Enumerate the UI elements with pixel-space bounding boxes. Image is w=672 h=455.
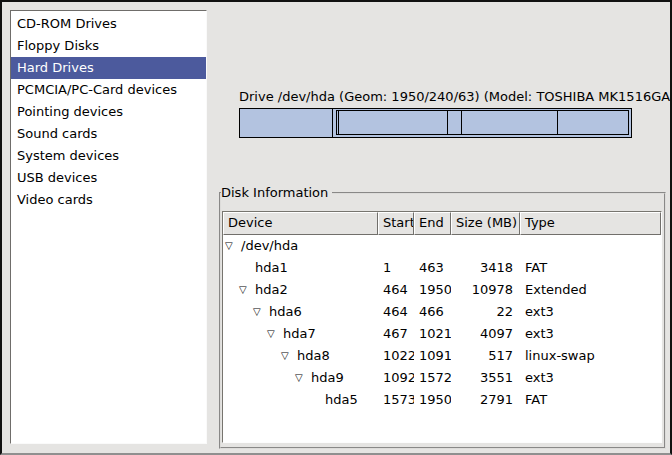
type-cell: FAT — [520, 389, 661, 411]
start-cell: 1 — [378, 257, 414, 279]
expander-icon[interactable]: ▽ — [281, 345, 297, 367]
device-category-list: CD-ROM DrivesFloppy DisksHard DrivesPCMC… — [10, 10, 207, 444]
partition-segment-hda1 — [240, 109, 333, 137]
type-cell: linux-swap — [520, 345, 661, 367]
table-row-hda7[interactable]: ▽hda746710214097ext3 — [223, 323, 661, 345]
expander-icon[interactable]: ▽ — [225, 235, 241, 257]
column-header-start[interactable]: Start — [378, 212, 414, 235]
device-label: hda9 — [311, 367, 344, 389]
device-label: hda7 — [283, 323, 316, 345]
end-cell: 1091 — [414, 345, 451, 367]
partition-segment-hda5 — [558, 111, 628, 134]
disk-table-body: ▽/dev/hdahda114633418FAT▽hda246419501097… — [223, 235, 661, 411]
end-cell: 1021 — [414, 323, 451, 345]
column-header-end[interactable]: End — [414, 212, 451, 235]
partition-extended-hda2 — [336, 110, 629, 135]
table-row-hda6[interactable]: ▽hda646446622ext3 — [223, 301, 661, 323]
sidebar-item-system-devices[interactable]: System devices — [11, 145, 206, 167]
start-cell: 1573 — [378, 389, 414, 411]
end-cell — [414, 235, 451, 257]
column-header-type[interactable]: Type — [520, 212, 661, 235]
device-cell: ▽hda2 — [223, 279, 378, 301]
start-cell — [378, 235, 414, 257]
disk-table: DeviceStartEndSize (MB)Type ▽/dev/hdahda… — [222, 211, 662, 443]
partition-segment-hda9 — [462, 111, 558, 134]
sidebar-item-floppy-disks[interactable]: Floppy Disks — [11, 35, 206, 57]
disk-information-label: Disk Information — [221, 185, 332, 200]
device-label: hda8 — [297, 345, 330, 367]
expander-icon[interactable]: ▽ — [253, 301, 269, 323]
size-cell: 517 — [451, 345, 520, 367]
device-cell: ▽/dev/hda — [223, 235, 378, 257]
start-cell: 464 — [378, 301, 414, 323]
disk-partition-bar — [239, 108, 632, 138]
type-cell — [520, 235, 661, 257]
start-cell: 1022 — [378, 345, 414, 367]
type-cell: ext3 — [520, 367, 661, 389]
end-cell: 1572 — [414, 367, 451, 389]
device-label: hda1 — [255, 257, 288, 279]
table-row-dev-hda[interactable]: ▽/dev/hda — [223, 235, 661, 257]
device-cell: ▽hda9 — [223, 367, 378, 389]
size-cell: 10978 — [451, 279, 520, 301]
device-cell: ▽hda8 — [223, 345, 378, 367]
column-header-device[interactable]: Device — [223, 212, 378, 235]
sidebar-item-cd-rom-drives[interactable]: CD-ROM Drives — [11, 13, 206, 35]
size-cell: 4097 — [451, 323, 520, 345]
device-cell: ▽hda7 — [223, 323, 378, 345]
end-cell: 1950 — [414, 389, 451, 411]
partition-segment-hda7 — [339, 111, 448, 134]
hardware-browser-window: CD-ROM DrivesFloppy DisksHard DrivesPCMC… — [0, 0, 672, 455]
size-cell: 3551 — [451, 367, 520, 389]
table-row-hda5[interactable]: hda5157319502791FAT — [223, 389, 661, 411]
device-cell: hda5 — [223, 389, 378, 411]
disk-table-header: DeviceStartEndSize (MB)Type — [223, 212, 661, 235]
type-cell: ext3 — [520, 301, 661, 323]
type-cell: Extended — [520, 279, 661, 301]
start-cell: 464 — [378, 279, 414, 301]
size-cell: 2791 — [451, 389, 520, 411]
end-cell: 1950 — [414, 279, 451, 301]
type-cell: FAT — [520, 257, 661, 279]
device-label: hda2 — [255, 279, 288, 301]
table-row-hda2[interactable]: ▽hda2464195010978Extended — [223, 279, 661, 301]
sidebar-item-pcmcia-pc-card-devices[interactable]: PCMCIA/PC-Card devices — [11, 79, 206, 101]
sidebar-item-usb-devices[interactable]: USB devices — [11, 167, 206, 189]
sidebar-item-hard-drives[interactable]: Hard Drives — [11, 57, 206, 79]
size-cell: 3418 — [451, 257, 520, 279]
partition-segment-hda8 — [448, 111, 463, 134]
expander-icon[interactable]: ▽ — [295, 367, 311, 389]
sidebar-item-sound-cards[interactable]: Sound cards — [11, 123, 206, 145]
device-label: /dev/hda — [241, 235, 298, 257]
device-cell: hda1 — [223, 257, 378, 279]
device-label: hda6 — [269, 301, 302, 323]
column-header-size-mb[interactable]: Size (MB) — [451, 212, 520, 235]
drive-title: Drive /dev/hda (Geom: 1950/240/63) (Mode… — [239, 89, 672, 104]
size-cell — [451, 235, 520, 257]
table-row-hda9[interactable]: ▽hda9109215723551ext3 — [223, 367, 661, 389]
start-cell: 1092 — [378, 367, 414, 389]
expander-icon[interactable]: ▽ — [267, 323, 283, 345]
table-row-hda8[interactable]: ▽hda810221091517linux-swap — [223, 345, 661, 367]
expander-icon[interactable]: ▽ — [239, 279, 255, 301]
table-row-hda1[interactable]: hda114633418FAT — [223, 257, 661, 279]
sidebar-item-video-cards[interactable]: Video cards — [11, 189, 206, 211]
size-cell: 22 — [451, 301, 520, 323]
device-cell: ▽hda6 — [223, 301, 378, 323]
end-cell: 466 — [414, 301, 451, 323]
start-cell: 467 — [378, 323, 414, 345]
sidebar-item-pointing-devices[interactable]: Pointing devices — [11, 101, 206, 123]
device-label: hda5 — [325, 389, 358, 411]
type-cell: ext3 — [520, 323, 661, 345]
end-cell: 463 — [414, 257, 451, 279]
